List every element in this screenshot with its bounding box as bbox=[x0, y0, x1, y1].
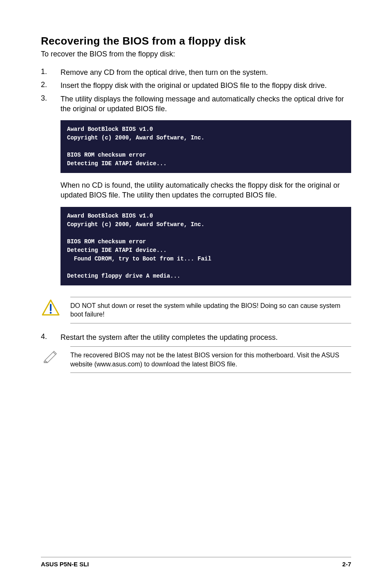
step-2: 2. Insert the floppy disk with the origi… bbox=[41, 81, 351, 90]
warning-text: DO NOT shut down or reset the system whi… bbox=[70, 297, 351, 323]
step-text: Restart the system after the utility com… bbox=[61, 332, 278, 342]
warning-callout: DO NOT shut down or reset the system whi… bbox=[41, 297, 351, 323]
terminal-output-2: Award BootBlock BIOS v1.0 Copyright (c) … bbox=[61, 207, 351, 285]
step-text: Insert the floppy disk with the original… bbox=[61, 81, 327, 90]
step-4: 4. Restart the system after the utility … bbox=[41, 332, 351, 342]
step-text: The utility displays the following messa… bbox=[61, 94, 351, 114]
step-number: 4. bbox=[41, 332, 49, 342]
note-text: The recovered BIOS may not be the latest… bbox=[70, 346, 351, 373]
warning-icon bbox=[41, 297, 61, 316]
step-number: 3. bbox=[41, 94, 49, 114]
step-3: 3. The utility displays the following me… bbox=[41, 94, 351, 114]
pencil-icon bbox=[41, 346, 61, 364]
step-number: 2. bbox=[41, 81, 49, 90]
step-number: 1. bbox=[41, 67, 49, 77]
intro-text: To recover the BIOS from the floppy disk… bbox=[41, 50, 351, 58]
step-1: 1. Remove any CD from the optical drive,… bbox=[41, 67, 351, 77]
note-callout: The recovered BIOS may not be the latest… bbox=[41, 346, 351, 373]
footer-page-number: 2-7 bbox=[342, 561, 351, 568]
page-footer: ASUS P5N-E SLI 2-7 bbox=[41, 557, 351, 568]
footer-left-text: ASUS P5N-E SLI bbox=[41, 561, 89, 568]
mid-paragraph: When no CD is found, the utility automat… bbox=[61, 180, 351, 200]
page-heading: Recovering the BIOS from a floppy disk bbox=[41, 35, 351, 47]
step-text: Remove any CD from the optical drive, th… bbox=[61, 67, 268, 77]
svg-point-2 bbox=[50, 312, 52, 314]
terminal-output-1: Award BootBlock BIOS v1.0 Copyright (c) … bbox=[61, 120, 351, 173]
